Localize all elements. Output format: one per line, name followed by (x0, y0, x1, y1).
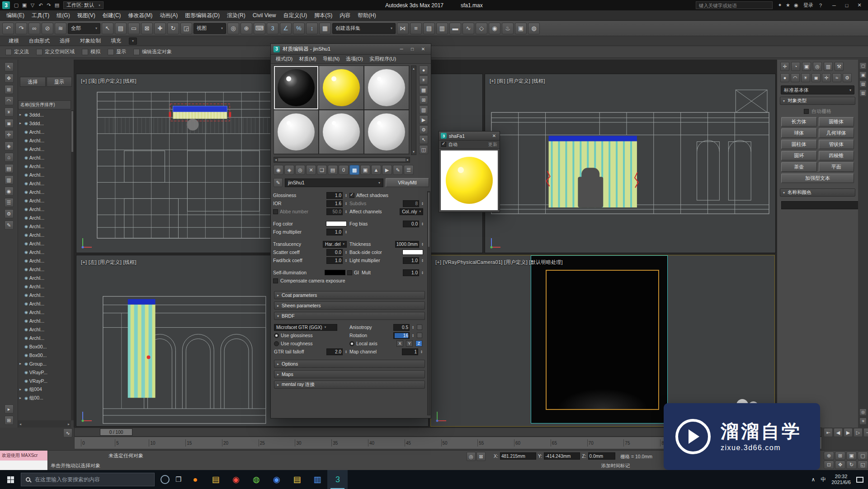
rollout-bar[interactable]: mental ray 连接 (274, 381, 425, 389)
object-visibility-icon[interactable] (24, 362, 28, 366)
me-close-button[interactable]: ✕ (418, 45, 428, 53)
rename-tool-icon[interactable]: ✎ (5, 221, 14, 230)
display-tab-icon[interactable]: ▥ (824, 62, 833, 71)
scene-explorer-item[interactable]: ArchI... (18, 145, 71, 153)
scroll-right-icon[interactable]: ▸ (407, 158, 409, 162)
redo-icon[interactable]: ↷ (15, 23, 27, 34)
filter-groups-icon[interactable]: ⌂ (5, 153, 14, 162)
time-tag[interactable]: 添加时间标记 (601, 463, 630, 469)
spinner[interactable] (422, 202, 423, 205)
scene-explorer-item[interactable]: ▸ 3ddd... (18, 110, 71, 119)
select-by-name-icon[interactable]: ▤ (115, 23, 127, 34)
object-visibility-icon[interactable] (24, 276, 28, 280)
scene-explorer-item[interactable]: ArchI... (18, 316, 71, 325)
select-tool-icon[interactable]: ↖ (5, 62, 14, 71)
scene-explorer-item[interactable]: ArchI... (18, 196, 71, 205)
select-and-link-icon[interactable]: ∞ (28, 23, 40, 34)
material-id-channel-icon[interactable]: 0 (339, 165, 349, 175)
scene-explorer-item[interactable]: ArchI... (18, 205, 71, 213)
spinner[interactable] (345, 193, 347, 197)
ribbon-panel-item[interactable]: 模拟 (82, 48, 100, 55)
translucency-dropdown[interactable]: Har..del (323, 241, 347, 248)
scene-explorer-item[interactable]: ArchI... (18, 256, 71, 265)
sample-slot-yellow[interactable] (319, 66, 364, 110)
create-tab-icon[interactable]: ✛ (780, 62, 789, 71)
name-color-rollout[interactable]: 名称和颜色 (780, 188, 855, 197)
selection-lock-icon[interactable]: ⊠ (476, 452, 486, 461)
scene-explorer-item[interactable]: ▸ 3ddd... (18, 119, 71, 127)
rollout-bar[interactable]: Coat parameters (274, 291, 425, 299)
maximize-viewport-toggle-icon[interactable]: ◱ (858, 461, 868, 469)
scene-explorer-item[interactable]: ArchI... (18, 239, 71, 248)
reference-coordinate-dropdown[interactable]: 视图▾ (193, 23, 226, 34)
auto-update-checkbox[interactable] (441, 142, 446, 147)
filter-materials-icon[interactable]: ◈ (5, 141, 14, 150)
selection-filter-dropdown[interactable]: 全部▾ (68, 23, 100, 34)
zoom-region-icon[interactable]: ⊡ (824, 461, 834, 469)
primitive-button[interactable]: 圆柱体 (781, 140, 817, 149)
spinner-snap-icon[interactable]: ↕ (306, 23, 318, 34)
sogou-browser-icon[interactable]: ◉ (226, 470, 246, 489)
scrollbar-thumb[interactable] (278, 158, 406, 161)
cortana-icon[interactable] (160, 475, 170, 484)
menu-item[interactable]: 自定义(U) (279, 10, 311, 20)
viewport-label[interactable]: [+] [VRayPhysicalCamera01] [用户定义] [默认明暗处… (435, 259, 563, 266)
me-menu-item[interactable]: 实用程序(U) (366, 56, 399, 62)
y-coordinate-field[interactable]: -414.243mm (544, 452, 580, 460)
toggle-visibility-icon[interactable]: ◉ (5, 187, 14, 196)
spinner[interactable] (412, 325, 414, 329)
scene-explorer-item[interactable]: ArchI... (18, 170, 71, 179)
affect-channels-dropdown[interactable]: Col..nly (400, 208, 423, 215)
me-menu-item[interactable]: 模式(D) (273, 56, 296, 62)
rollout-bar[interactable]: Sheen parameters (274, 301, 425, 310)
object-type-rollout[interactable]: 对象类型 (780, 97, 855, 105)
video-color-check-icon[interactable]: ▥ (419, 105, 428, 114)
scroll-left-icon[interactable]: ◂ (275, 158, 277, 162)
geometry-category-icon[interactable]: ● (780, 73, 789, 82)
menu-item[interactable]: 图形编辑器(D) (181, 10, 223, 20)
slots-horizontal-scrollbar[interactable]: ◂ ▸ (274, 157, 410, 163)
ribbon-panel-item[interactable]: 显示 (108, 48, 126, 55)
ribbon-panel-item[interactable]: 定义流 (5, 48, 29, 55)
spinner[interactable] (422, 222, 423, 226)
zoom-extents-all-icon[interactable]: ▢ (858, 451, 868, 460)
object-visibility-icon[interactable] (24, 293, 28, 297)
ribbon-tab[interactable]: 对象绘制 (75, 36, 106, 46)
object-visibility-icon[interactable] (24, 310, 28, 315)
compensate-exposure-checkbox[interactable] (273, 278, 278, 283)
scene-explorer-item[interactable]: ArchI... (18, 273, 71, 282)
taskbar-search-input[interactable] (34, 476, 150, 483)
render-window-titlebar[interactable]: 3 shaFa1 ✕ (439, 132, 500, 141)
ribbon-tab[interactable]: 建模 (4, 36, 24, 46)
menu-item[interactable]: 动画(A) (156, 10, 181, 20)
me-menu-item[interactable]: 导航(N) (320, 56, 343, 62)
task-view-icon[interactable]: ❐ (175, 475, 181, 484)
select-and-rotate-icon[interactable]: ↻ (167, 23, 179, 34)
menu-item[interactable]: 编辑(E) (3, 10, 28, 20)
scene-explorer-item[interactable]: ArchI... (18, 334, 71, 342)
object-visibility-icon[interactable] (24, 198, 28, 203)
taskbar-search[interactable] (21, 473, 155, 486)
scene-explorer-item[interactable]: VRayP... (18, 376, 71, 385)
file-explorer-icon[interactable]: ▤ (205, 470, 226, 489)
object-visibility-icon[interactable] (24, 233, 28, 237)
sort-by-layer-icon[interactable]: ▤ (5, 164, 14, 173)
object-visibility-icon[interactable] (24, 319, 28, 323)
sample-slot-5[interactable] (319, 110, 364, 154)
next-frame-icon[interactable]: ▷ (854, 428, 863, 437)
material-map-navigator-icon[interactable]: ◫ (419, 145, 428, 154)
object-visibility-icon[interactable] (24, 250, 28, 254)
cameras-category-icon[interactable]: ◙ (811, 73, 821, 82)
minimize-button[interactable]: ─ (828, 0, 840, 10)
shapes-category-icon[interactable]: ◠ (791, 73, 800, 82)
fog-color-swatch[interactable] (326, 221, 347, 226)
edit-named-selections-icon[interactable]: ▦ (319, 23, 331, 34)
mult-field[interactable]: 1.0 (403, 269, 419, 276)
abbe-field[interactable]: 50.0 (326, 208, 343, 215)
angle-snap-icon[interactable]: ∠ (280, 23, 292, 34)
slot-scrollbar[interactable]: ▴ ▾ (411, 66, 416, 155)
maximize-button[interactable]: □ (840, 0, 853, 10)
expand-icon[interactable]: ▸ (19, 396, 23, 400)
scene-explorer-item[interactable]: ArchI... (18, 222, 71, 230)
brdf-model-dropdown[interactable]: Microfacet GTR (GGX) (274, 324, 337, 331)
